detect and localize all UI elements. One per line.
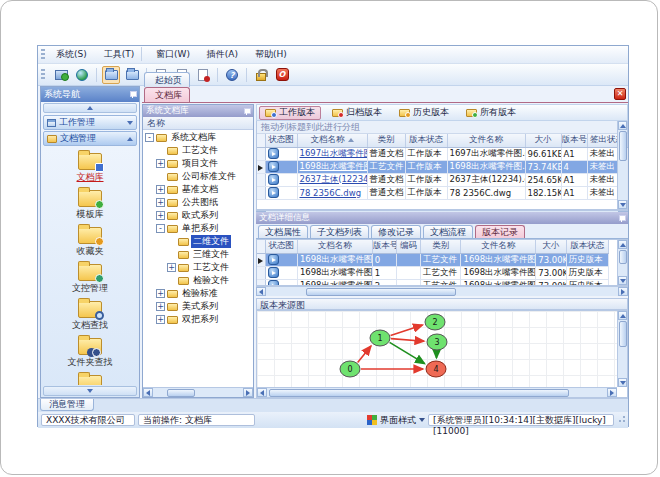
scroll-thumb[interactable]	[306, 288, 456, 296]
tree-node[interactable]: + 项目文件	[143, 157, 253, 170]
graph-node-3[interactable]: 3	[427, 334, 447, 350]
version-vertical-scrollbar[interactable]	[617, 240, 627, 285]
message-management-tab[interactable]: 消息管理	[40, 399, 94, 411]
tree-node[interactable]: 工艺文件	[143, 144, 253, 157]
column-header[interactable]: 文件名称	[461, 240, 536, 253]
menu-item[interactable]: 工具(T)	[97, 47, 143, 61]
tree-node[interactable]: - 单把系列	[143, 222, 253, 235]
column-header[interactable]: 编码	[396, 240, 420, 253]
tree-horizontal-scrollbar[interactable]	[143, 387, 253, 397]
version-record-row[interactable]: 1698出水嘴零件图.dwg 0 工艺文件 1698出水嘴零件图.dwg 73.…	[257, 253, 609, 266]
document-row[interactable]: 2637主体(12234).dwg 普通文档 工作版本 2637主体(12234…	[257, 173, 627, 186]
version-filter-button[interactable]: 工作版本	[259, 106, 321, 120]
tree-expander-icon[interactable]: +	[156, 185, 165, 194]
lock-icon[interactable]	[252, 66, 270, 84]
tree-node[interactable]: + 公共图纸	[143, 196, 253, 209]
tree-node[interactable]: + 美式系列	[143, 300, 253, 313]
column-header-sorted[interactable]: 文档名称	[297, 134, 367, 147]
document-row[interactable]: 78 2356C.dwg 普通文档 工作版本 78 2356C.dwg 182.…	[257, 186, 627, 199]
detail-tab[interactable]: 修改记录	[371, 225, 421, 238]
tree-expander-icon[interactable]: +	[156, 198, 165, 207]
scroll-left-button[interactable]	[256, 287, 266, 296]
scroll-down-button[interactable]	[618, 200, 627, 209]
resize-grip[interactable]	[617, 416, 625, 424]
tree-node[interactable]: + 工艺文件	[143, 261, 253, 274]
scroll-thumb[interactable]	[167, 389, 195, 397]
column-header[interactable]: 状态图	[265, 240, 297, 253]
tree-expander-icon[interactable]: +	[156, 211, 165, 220]
document-vertical-scrollbar[interactable]	[617, 121, 627, 209]
detail-tab[interactable]: 文档流程	[423, 225, 473, 238]
menu-item[interactable]: 窗口(W)	[149, 47, 197, 61]
column-header[interactable]: 版本号	[372, 240, 396, 253]
document-row[interactable]: 1698出水嘴零件图.dwg 工艺文件 工作版本 1698出水嘴零件图.dwg …	[257, 160, 627, 173]
sidebar-item[interactable]: 文控管理	[41, 261, 139, 295]
help-icon[interactable]: ?	[223, 66, 241, 84]
menu-item[interactable]: 系统(S)	[49, 47, 94, 61]
graph-node-2[interactable]: 2	[425, 314, 445, 330]
toolbar-grip[interactable]	[41, 69, 45, 81]
graph-horizontal-scrollbar[interactable]	[257, 387, 617, 397]
scroll-up-button[interactable]	[618, 121, 627, 130]
open-folder-icon[interactable]	[102, 66, 120, 84]
scroll-right-button[interactable]	[607, 388, 617, 397]
tree-expander-icon[interactable]: +	[156, 159, 165, 168]
version-record-row[interactable]: 1698出水嘴零件图.dwg 1 工艺文件 1698出水嘴零件图.dwg 73.…	[257, 266, 609, 279]
column-header[interactable]: 版本状态	[405, 134, 447, 147]
globe-icon[interactable]	[73, 66, 91, 84]
sidebar-group-work-management[interactable]: 工作管理	[43, 115, 137, 130]
tree-node[interactable]: 公司标准文件	[143, 170, 253, 183]
tree-expander-icon[interactable]: -	[145, 133, 154, 142]
group-by-hint[interactable]: 拖动列标题到此进行分组	[257, 121, 627, 134]
sidebar-scroll-down[interactable]	[43, 386, 137, 396]
scroll-up-button[interactable]	[618, 240, 627, 249]
tree-expander-icon[interactable]: +	[167, 263, 176, 272]
folder-computer-icon[interactable]	[123, 66, 141, 84]
menu-item[interactable]: 帮助(H)	[248, 47, 294, 61]
version-record-row[interactable]: 1698出水嘴零件图.dwg 2 工艺文件 1698出水嘴零件图.dwg 73.…	[257, 279, 609, 286]
sidebar-item[interactable]: 收藏夹	[41, 224, 139, 258]
menu-grip[interactable]	[41, 49, 45, 61]
scroll-right-button[interactable]	[243, 388, 253, 397]
scroll-up-button[interactable]	[618, 311, 627, 320]
tree-expander-icon[interactable]: +	[156, 302, 165, 311]
tree-node[interactable]: 三维文件	[143, 248, 253, 261]
column-header[interactable]: 大小	[536, 240, 566, 253]
column-header[interactable]: 类别	[367, 134, 405, 147]
pin-icon[interactable]	[243, 108, 250, 115]
tree-node[interactable]: + 欧式系列	[143, 209, 253, 222]
doc-delete-icon[interactable]	[194, 66, 212, 84]
sidebar-item[interactable]: 模板库	[41, 187, 139, 221]
exit-icon[interactable]: O	[273, 66, 291, 84]
column-header[interactable]: 状态图	[265, 134, 297, 147]
tree-node[interactable]: 二维文件	[143, 235, 253, 248]
tree-node[interactable]: + 检验标准	[143, 287, 253, 300]
scroll-down-button[interactable]	[618, 276, 627, 285]
version-filter-button[interactable]: 归档版本	[326, 106, 388, 120]
tree-expander-icon[interactable]: -	[156, 224, 165, 233]
menu-item[interactable]: 插件(A)	[200, 47, 245, 61]
version-filter-button[interactable]: 历史版本	[393, 106, 455, 120]
column-header[interactable]: 类别	[421, 240, 461, 253]
document-row[interactable]: 1697出水嘴零件图.dwg 普通文档 工作版本 1697出水嘴零件图.dwg …	[257, 147, 627, 160]
scroll-right-button[interactable]	[618, 287, 628, 296]
sidebar-item[interactable]: 签出的文档	[41, 372, 139, 385]
scroll-down-button[interactable]	[618, 378, 627, 387]
screen-icon[interactable]	[52, 66, 70, 84]
version-horizontal-scrollbar[interactable]	[256, 286, 628, 296]
column-header[interactable]: 文档名称	[297, 240, 372, 253]
column-header[interactable]: 版本状态	[566, 240, 608, 253]
graph-vertical-scrollbar[interactable]	[617, 311, 627, 387]
sidebar-item[interactable]: 文档库	[41, 150, 139, 184]
scroll-left-button[interactable]	[257, 388, 267, 397]
detail-tab[interactable]: 文档属性	[258, 225, 308, 238]
tree-column-header[interactable]: 名称	[143, 117, 253, 130]
graph-node-4[interactable]: 4	[426, 361, 446, 377]
tree-node[interactable]: + 基准文档	[143, 183, 253, 196]
detail-tab[interactable]: 版本记录	[475, 225, 525, 238]
tree-expander-icon[interactable]: +	[156, 289, 165, 298]
tree-node[interactable]: + 双把系列	[143, 313, 253, 326]
sidebar-group-document-management[interactable]: 文档管理	[43, 131, 137, 146]
scroll-thumb[interactable]	[619, 321, 627, 347]
column-header[interactable]: 文件名称	[447, 134, 525, 147]
